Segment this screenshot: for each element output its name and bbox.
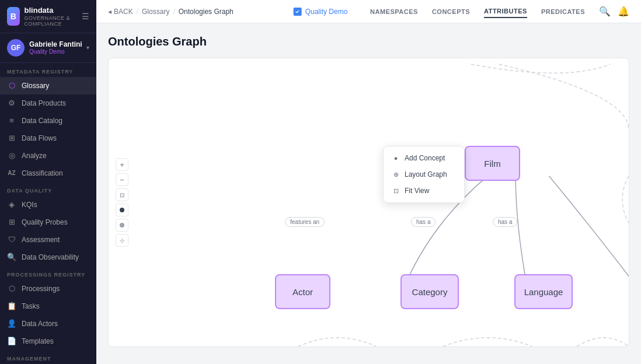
sidebar-item-assessment[interactable]: 🛡 Assessment [0,231,96,249]
sidebar-item-templates[interactable]: 📄 Templates [0,332,96,350]
sidebar-label-classification: Classification [22,169,63,177]
context-menu-fit-view[interactable]: ⊡ Fit View [384,183,464,199]
back-button[interactable]: ◂ BACK [108,8,133,16]
sidebar-item-analyze[interactable]: ◎ Analyze [0,147,96,164]
fit-view-button[interactable]: ⊡ [116,188,128,201]
data-actors-icon: 👤 [7,319,16,328]
zoom-in-button[interactable]: + [116,158,128,171]
sidebar-label-tasks: Tasks [22,302,40,310]
sidebar-item-processings[interactable]: ⬡ Processings [0,280,96,298]
sidebar-label-analyze: Analyze [22,152,47,160]
context-menu-layout-graph[interactable]: ⊕ Layout Graph [384,166,464,183]
topbar-right: NAMESPACES CONCEPTS ATTRIBUTES PREDICATE… [370,5,629,18]
add-concept-icon: ● [392,154,400,162]
breadcrumb-current: Ontologies Graph [179,8,234,16]
section-label-metadata: METADATA REGISTRY [0,63,96,77]
layout-graph-icon: ⊕ [392,170,400,178]
zoom-out-button[interactable]: − [116,173,128,186]
node-button-2[interactable] [116,219,128,232]
nav-concepts[interactable]: CONCEPTS [432,6,470,18]
context-menu-layout-graph-label: Layout Graph [405,170,447,178]
topbar: ◂ BACK / Glossary / Ontologies Graph Qua… [96,0,641,23]
sidebar-item-data-catalog[interactable]: ≡ Data Catalog [0,112,96,130]
kqis-icon: ◈ [7,200,16,209]
logo-icon: B [7,7,20,26]
sidebar-label-data-flows: Data Flows [22,134,57,142]
processings-icon: ⬡ [7,284,16,293]
sidebar-item-kqis[interactable]: ◈ KQIs [0,196,96,214]
node-dot-1 [120,208,124,212]
sidebar-item-data-actors[interactable]: 👤 Data Actors [0,315,96,332]
nav-attributes[interactable]: ATTRIBUTES [484,5,527,18]
tasks-icon: 📋 [7,302,16,311]
breadcrumb-glossary[interactable]: Glossary [142,8,169,16]
data-flows-icon: ⊞ [7,134,16,143]
data-products-icon: ⚙ [7,99,16,108]
sidebar-item-glossary[interactable]: ⬡ Glossary [0,77,96,94]
data-observability-icon: 🔍 [7,253,16,262]
chevron-down-icon: ▾ [86,44,89,51]
back-label: BACK [114,8,133,16]
sidebar-header: B blindata Governance & Compliance ☰ [0,0,96,33]
sidebar-item-data-observability[interactable]: 🔍 Data Observability [0,249,96,266]
graph-container[interactable]: features an has a has a Film Actor Categ… [108,58,629,347]
section-label-processings: PROCESSINGS REGISTRY [0,266,96,280]
graph-controls: + − ⊡ ⊹ [116,158,128,247]
node-button-1[interactable] [116,204,128,216]
nav-namespaces[interactable]: NAMESPACES [370,6,418,18]
avatar: GF [7,39,25,57]
breadcrumb: ◂ BACK / Glossary / Ontologies Graph [108,8,234,16]
logo-text-group: blindata Governance & Compliance [25,6,82,27]
sidebar-item-data-flows[interactable]: ⊞ Data Flows [0,130,96,147]
quality-demo-badge: Quality Demo [294,8,348,16]
context-menu-add-concept[interactable]: ● Add Concept [384,150,464,166]
edge-label-has-a-2: has a [493,217,517,227]
user-section[interactable]: GF Gabriele Fantini Quality Demo ▾ [0,33,96,63]
quality-demo-label: Quality Demo [305,8,348,16]
topbar-icons: 🔍 🔔 [599,6,629,17]
quality-probes-icon: ⊞ [7,218,16,227]
main-content: ◂ BACK / Glossary / Ontologies Graph Qua… [96,0,641,364]
sidebar-label-data-observability: Data Observability [22,253,79,261]
edge-label-has-a-1: has a [411,217,436,227]
back-arrow-icon: ◂ [108,8,112,16]
node-actor[interactable]: Actor [275,274,330,309]
edge-label-features-an: features an [285,217,325,227]
context-menu-fit-view-label: Fit View [405,187,429,195]
sidebar-item-data-products[interactable]: ⚙ Data Products [0,94,96,112]
data-catalog-icon: ≡ [7,116,16,125]
page-title: Ontologies Graph [108,35,629,48]
sidebar-label-templates: Templates [22,337,54,345]
quality-demo-icon [294,8,302,16]
user-info: Gabriele Fantini Quality Demo [29,40,82,55]
section-label-management: MANAGEMENT [0,350,96,364]
node-dot-2 [120,223,124,228]
logo-text: blindata [25,6,82,15]
sidebar-item-quality-probes[interactable]: ⊞ Quality Probes [0,214,96,231]
sidebar-item-classification[interactable]: AZ Classification [0,164,96,182]
sidebar-label-kqis: KQIs [22,201,37,209]
node-button-3[interactable]: ⊹ [116,234,128,247]
sidebar-label-data-products: Data Products [22,99,66,107]
sidebar-label-assessment: Assessment [22,236,60,244]
nav-predicates[interactable]: PREDICATES [541,6,585,18]
logo-subtext: Governance & Compliance [25,15,82,27]
sidebar-label-quality-probes: Quality Probes [22,218,68,226]
node-category[interactable]: Category [400,274,459,309]
bell-icon[interactable]: 🔔 [618,6,629,17]
breadcrumb-separator-2: / [173,8,175,16]
sidebar-item-tasks[interactable]: 📋 Tasks [0,298,96,315]
assessment-icon: 🛡 [7,235,16,244]
search-icon[interactable]: 🔍 [599,6,611,17]
fit-view-icon: ⊡ [392,187,400,195]
node-film[interactable]: Film [465,146,520,181]
glossary-icon: ⬡ [7,81,16,90]
sidebar-label-data-catalog: Data Catalog [22,117,62,125]
topbar-nav: NAMESPACES CONCEPTS ATTRIBUTES PREDICATE… [370,5,585,18]
breadcrumb-separator-1: / [137,8,138,16]
menu-icon[interactable]: ☰ [82,12,89,21]
analyze-icon: ◎ [7,151,16,160]
node-language[interactable]: Language [514,274,573,309]
content-area: Ontologies Graph features an [96,23,641,364]
sidebar-label-processings: Processings [22,285,60,293]
